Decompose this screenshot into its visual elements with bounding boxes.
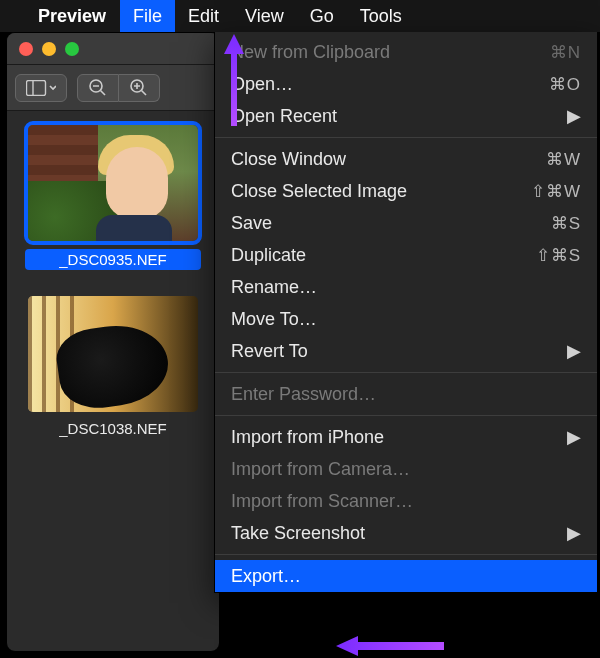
menu-item[interactable]: Move To… — [215, 303, 597, 335]
menu-go[interactable]: Go — [297, 0, 347, 32]
zoom-controls — [77, 74, 160, 102]
sidebar-view-button[interactable] — [15, 74, 67, 102]
thumbnail-image[interactable] — [28, 296, 198, 412]
menu-item[interactable]: Close Window⌘W — [215, 143, 597, 175]
submenu-arrow-icon: ▶ — [567, 340, 581, 362]
menu-item-shortcut: ⌘W — [546, 149, 581, 170]
menu-item-label: Import from iPhone — [231, 427, 567, 448]
titlebar — [7, 33, 219, 65]
menu-item[interactable]: Import from iPhone▶ — [215, 421, 597, 453]
menu-item-label: Import from Camera… — [231, 459, 581, 480]
menu-item-label: Duplicate — [231, 245, 536, 266]
menu-file[interactable]: File — [120, 0, 175, 32]
window-controls — [19, 42, 79, 56]
file-menu-dropdown: New from Clipboard⌘NOpen…⌘OOpen Recent▶C… — [214, 32, 598, 593]
minimize-window-button[interactable] — [42, 42, 56, 56]
thumbnail-item[interactable]: _DSC0935.NEF — [15, 125, 211, 270]
menu-edit[interactable]: Edit — [175, 0, 232, 32]
thumbnail-filename: _DSC0935.NEF — [25, 249, 201, 270]
menu-item-label: Enter Password… — [231, 384, 581, 405]
menu-item-label: Save — [231, 213, 551, 234]
menubar: Preview File Edit View Go Tools — [0, 0, 600, 32]
svg-rect-0 — [27, 80, 46, 95]
menu-item[interactable]: Revert To▶ — [215, 335, 597, 367]
svg-marker-10 — [336, 636, 444, 656]
menu-item-label: Rename… — [231, 277, 581, 298]
menu-item-shortcut: ⌘O — [549, 74, 581, 95]
menu-item-label: Take Screenshot — [231, 523, 567, 544]
menu-separator — [215, 372, 597, 373]
submenu-arrow-icon: ▶ — [567, 105, 581, 127]
menu-item-shortcut: ⇧⌘W — [531, 181, 581, 202]
close-window-button[interactable] — [19, 42, 33, 56]
menu-item-label: New from Clipboard — [231, 42, 550, 63]
thumbnail-image[interactable] — [28, 125, 198, 241]
submenu-arrow-icon: ▶ — [567, 426, 581, 448]
annotation-arrow-left-icon — [336, 635, 444, 657]
menu-item-label: Export… — [231, 566, 581, 587]
menu-item: New from Clipboard⌘N — [215, 36, 597, 68]
menu-item: Enter Password… — [215, 378, 597, 410]
menu-item-label: Close Selected Image — [231, 181, 531, 202]
menu-separator — [215, 415, 597, 416]
thumbnail-item[interactable]: _DSC1038.NEF — [15, 296, 211, 437]
menu-item-label: Revert To — [231, 341, 567, 362]
menu-item-shortcut: ⇧⌘S — [536, 245, 581, 266]
zoom-out-button[interactable] — [77, 74, 119, 102]
menu-separator — [215, 137, 597, 138]
menu-item[interactable]: Rename… — [215, 271, 597, 303]
svg-line-6 — [142, 90, 147, 95]
zoom-in-button[interactable] — [119, 74, 160, 102]
app-menu[interactable]: Preview — [38, 0, 120, 32]
menu-view[interactable]: View — [232, 0, 297, 32]
menu-item: Import from Scanner… — [215, 485, 597, 517]
menu-item-shortcut: ⌘N — [550, 42, 581, 63]
menu-item-label: Open Recent — [231, 106, 567, 127]
menu-item-label: Close Window — [231, 149, 546, 170]
menu-item[interactable]: Export… — [215, 560, 597, 592]
menu-separator — [215, 554, 597, 555]
svg-line-3 — [101, 90, 106, 95]
menu-item[interactable]: Take Screenshot▶ — [215, 517, 597, 549]
menu-item: Import from Camera… — [215, 453, 597, 485]
preview-window: _DSC0935.NEF _DSC1038.NEF — [6, 32, 220, 652]
submenu-arrow-icon: ▶ — [567, 522, 581, 544]
zoom-window-button[interactable] — [65, 42, 79, 56]
menu-item-label: Open… — [231, 74, 549, 95]
thumbnail-sidebar[interactable]: _DSC0935.NEF _DSC1038.NEF — [7, 111, 219, 451]
menu-item-label: Move To… — [231, 309, 581, 330]
menu-item[interactable]: Close Selected Image⇧⌘W — [215, 175, 597, 207]
toolbar — [7, 65, 219, 111]
menu-item-label: Import from Scanner… — [231, 491, 581, 512]
menu-tools[interactable]: Tools — [347, 0, 415, 32]
menu-item[interactable]: Duplicate⇧⌘S — [215, 239, 597, 271]
menu-item[interactable]: Save⌘S — [215, 207, 597, 239]
thumbnail-filename: _DSC1038.NEF — [25, 420, 201, 437]
menu-item[interactable]: Open…⌘O — [215, 68, 597, 100]
menu-item-shortcut: ⌘S — [551, 213, 581, 234]
menu-item[interactable]: Open Recent▶ — [215, 100, 597, 132]
